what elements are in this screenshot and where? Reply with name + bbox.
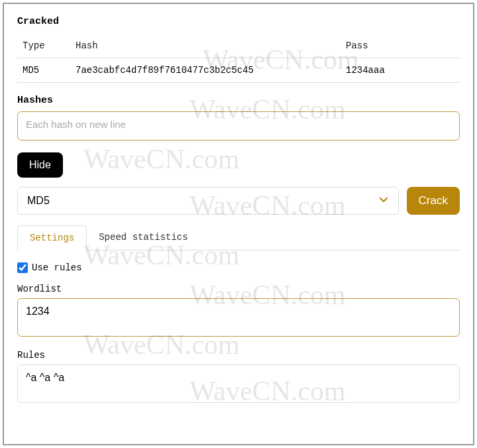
table-row: MD5 7ae3cabfc4d7f89f7610477c3b2c5c45 123…	[17, 58, 460, 83]
chevron-down-icon	[378, 194, 389, 207]
tab-speed-statistics[interactable]: Speed statistics	[87, 225, 199, 250]
use-rules-checkbox[interactable]	[17, 262, 28, 273]
algorithm-select[interactable]: MD5	[17, 187, 399, 215]
wordlist-label: Wordlist	[17, 284, 460, 294]
cell-hash: 7ae3cabfc4d7f89f7610477c3b2c5c45	[70, 58, 341, 83]
use-rules-label: Use rules	[32, 262, 82, 273]
cell-type: MD5	[17, 58, 70, 83]
cracked-header-row: Type Hash Pass	[17, 34, 460, 58]
rules-input[interactable]	[17, 364, 460, 403]
tab-settings[interactable]: Settings	[17, 225, 87, 251]
wordlist-input[interactable]	[17, 298, 460, 337]
algorithm-value: MD5	[27, 195, 50, 207]
watermark: WaveCN.com	[83, 143, 240, 175]
cracked-title: Cracked	[17, 16, 460, 27]
hashes-label: Hashes	[17, 95, 460, 106]
hide-button[interactable]: Hide	[17, 152, 63, 178]
col-pass: Pass	[341, 34, 460, 58]
tabs: Settings Speed statistics	[17, 225, 460, 251]
cell-pass: 1234aaa	[341, 58, 460, 83]
crack-button[interactable]: Crack	[407, 187, 460, 215]
cracked-table: Type Hash Pass MD5 7ae3cabfc4d7f89f76104…	[17, 34, 460, 83]
app-container: WaveCN.com WaveCN.com WaveCN.com WaveCN.…	[3, 3, 474, 445]
col-type: Type	[17, 34, 70, 58]
col-hash: Hash	[70, 34, 341, 58]
rules-label: Rules	[17, 350, 460, 361]
hashes-input[interactable]	[17, 111, 460, 140]
